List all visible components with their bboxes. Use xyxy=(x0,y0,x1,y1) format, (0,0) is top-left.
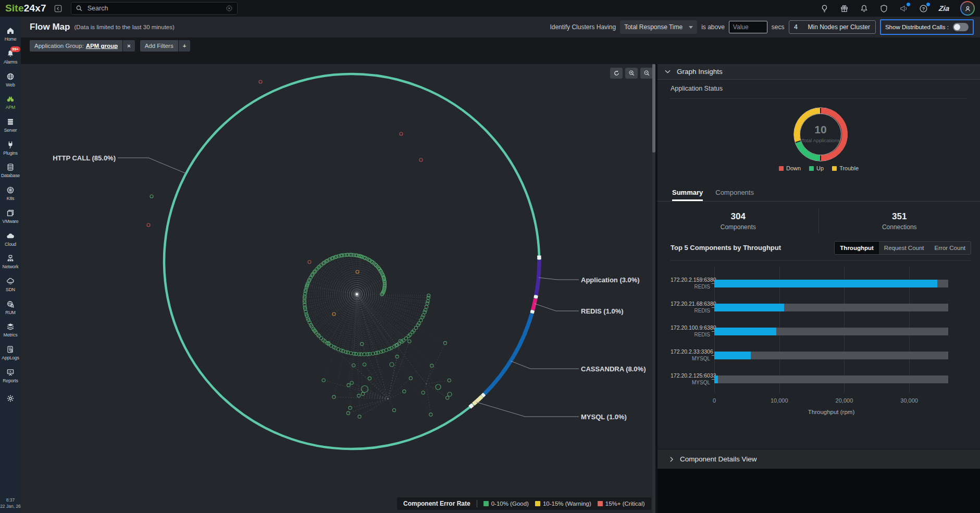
sidebar-item-rum[interactable]: RUM xyxy=(0,296,21,319)
component-node[interactable] xyxy=(368,377,371,380)
component-node[interactable] xyxy=(346,351,350,354)
component-node[interactable] xyxy=(363,353,366,356)
component-node[interactable] xyxy=(423,310,426,314)
component-node[interactable] xyxy=(368,353,371,356)
component-node[interactable] xyxy=(392,408,395,411)
sidebar-item-reports[interactable]: Reports xyxy=(0,364,21,387)
scrollbar-thumb[interactable] xyxy=(652,64,655,153)
component-node[interactable] xyxy=(446,396,449,399)
component-node[interactable] xyxy=(421,316,424,319)
add-filter-icon[interactable]: + xyxy=(179,40,191,52)
component-node[interactable] xyxy=(385,348,388,352)
sidebar-item-alarms[interactable]: 99+Alarms xyxy=(0,46,21,69)
sidebar-item-cloud[interactable]: Cloud xyxy=(0,228,21,251)
sidebar-item-home[interactable]: Home xyxy=(0,23,21,46)
component-node-status[interactable] xyxy=(332,312,336,316)
remove-filter-icon[interactable]: × xyxy=(123,40,135,52)
hub-node[interactable] xyxy=(356,293,358,296)
application-group-filter-chip[interactable]: Application Group:APM group × xyxy=(30,40,135,52)
panel-collapse-icon[interactable] xyxy=(54,4,63,13)
search-clear-icon[interactable] xyxy=(226,5,233,12)
zia-logo[interactable]: Zia xyxy=(938,4,950,12)
sidebar-item-k8s[interactable]: K8s xyxy=(0,182,21,205)
graph-insights-header[interactable]: Graph Insights xyxy=(658,64,980,80)
zoom-in-button[interactable] xyxy=(625,68,638,79)
sidebar-item-web[interactable]: Web xyxy=(0,68,21,91)
sidebar-item-plugins[interactable]: Plugins xyxy=(0,136,21,159)
component-node-large[interactable] xyxy=(448,392,452,396)
map-scrollbar[interactable] xyxy=(652,64,655,513)
component-node[interactable] xyxy=(319,336,322,340)
component-node-status[interactable] xyxy=(400,132,403,135)
component-node-status[interactable] xyxy=(308,260,311,264)
component-node[interactable] xyxy=(382,349,385,353)
component-node[interactable] xyxy=(388,347,391,351)
component-node-status[interactable] xyxy=(150,195,153,198)
zoom-out-button[interactable] xyxy=(640,68,652,79)
component-node-large[interactable] xyxy=(362,386,368,393)
sidebar-item-server[interactable]: Server xyxy=(0,114,21,137)
cluster-metric-dropdown[interactable]: Total Response Time xyxy=(620,20,697,34)
ring-segment-mysql[interactable] xyxy=(473,396,482,404)
sidebar-item-applogs[interactable]: AppLogs xyxy=(0,342,21,365)
lightbulb-icon[interactable] xyxy=(820,4,829,13)
component-node-status[interactable] xyxy=(419,158,423,161)
sidebar-item-settings[interactable] xyxy=(0,387,21,410)
component-node[interactable] xyxy=(421,314,425,317)
min-nodes-value[interactable]: 4 xyxy=(789,23,803,31)
filter-chip-text[interactable]: Application Group:APM group xyxy=(30,40,122,52)
shield-icon[interactable] xyxy=(879,4,888,13)
component-details-header[interactable]: Component Details View xyxy=(658,449,980,469)
threshold-value-input[interactable] xyxy=(729,21,767,33)
component-node[interactable] xyxy=(425,305,428,308)
min-nodes-control[interactable]: 4 Min Nodes per Cluster xyxy=(789,20,876,34)
distributed-toggle[interactable] xyxy=(953,23,969,31)
component-node[interactable] xyxy=(377,351,380,354)
component-node[interactable] xyxy=(359,353,363,356)
component-node[interactable] xyxy=(361,392,364,395)
component-node-status[interactable] xyxy=(147,223,150,227)
component-node[interactable] xyxy=(395,355,399,358)
sidebar-item-database[interactable]: Database xyxy=(0,159,21,182)
add-filters-label[interactable]: Add Filters xyxy=(140,40,178,52)
sidebar-item-vmware[interactable]: VMware xyxy=(0,205,21,228)
megaphone-icon[interactable] xyxy=(899,4,908,13)
add-filters-chip[interactable]: Add Filters + xyxy=(140,40,191,52)
sidebar-item-apm[interactable]: APM xyxy=(0,91,21,114)
component-node-large[interactable] xyxy=(390,362,394,367)
component-node[interactable] xyxy=(426,299,429,303)
refresh-button[interactable] xyxy=(610,68,623,79)
component-node[interactable] xyxy=(427,294,430,297)
component-node[interactable] xyxy=(403,390,406,393)
component-node[interactable] xyxy=(337,255,340,258)
component-node[interactable] xyxy=(448,379,451,382)
global-search[interactable] xyxy=(71,2,238,15)
component-node-status[interactable] xyxy=(356,270,359,273)
gift-icon[interactable] xyxy=(840,4,849,13)
component-node[interactable] xyxy=(409,377,412,380)
component-node[interactable] xyxy=(380,350,383,353)
site24x7-logo[interactable]: Site24x7 xyxy=(5,3,46,14)
component-node-large[interactable] xyxy=(436,384,441,390)
ring-segment-redis[interactable] xyxy=(533,298,536,310)
search-input[interactable] xyxy=(86,4,222,12)
component-node-status[interactable] xyxy=(259,80,262,83)
component-node[interactable] xyxy=(322,379,325,382)
metric-toggle-throughput[interactable]: Throughput xyxy=(835,242,879,254)
metric-toggle-request-count[interactable]: Request Count xyxy=(879,242,929,254)
flow-map-canvas[interactable]: HTTP CALL (85.0%)Application (3.0%)REDIS… xyxy=(21,64,652,513)
component-node[interactable] xyxy=(390,346,393,349)
bell-icon[interactable] xyxy=(860,4,869,13)
sidebar-item-metrics[interactable]: Metrics xyxy=(0,319,21,342)
component-node[interactable] xyxy=(424,308,427,311)
component-node[interactable] xyxy=(371,352,375,355)
help-icon[interactable]: ? xyxy=(919,4,928,13)
sidebar-item-network[interactable]: Network xyxy=(0,251,21,273)
sidebar-item-sdn[interactable]: SDN xyxy=(0,273,21,296)
component-node[interactable] xyxy=(349,352,352,355)
component-node[interactable] xyxy=(354,352,357,355)
tab-summary[interactable]: Summary xyxy=(672,184,703,201)
metric-toggle-error-count[interactable]: Error Count xyxy=(929,242,971,254)
tab-components[interactable]: Components xyxy=(715,184,754,201)
user-avatar[interactable] xyxy=(960,1,975,16)
